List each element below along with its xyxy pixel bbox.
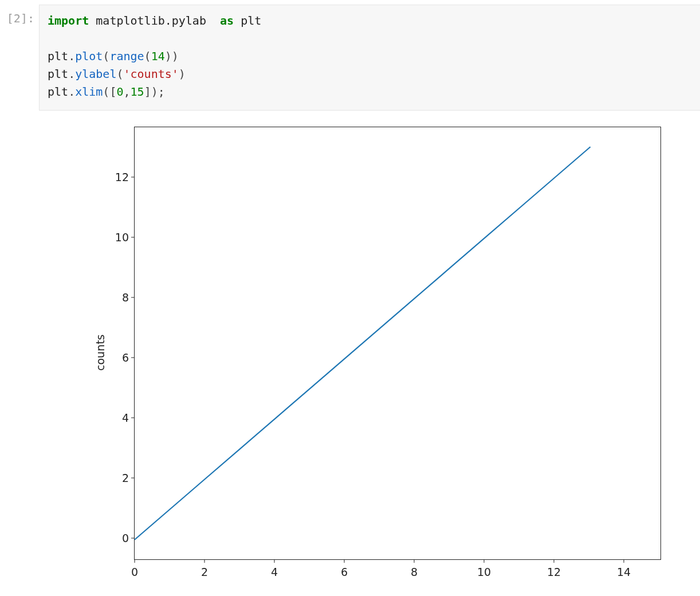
y-tick-label: 8 [109,291,129,304]
y-tick-label: 12 [109,171,129,183]
str-counts: 'counts' [123,67,178,81]
plot-output: counts 02468101214024681012 [32,115,667,592]
x-tick-label: 4 [271,566,278,578]
x-tick-label: 12 [547,566,561,578]
y-tick-mark [131,297,135,297]
x-tick-mark [554,559,555,563]
kw-as: as [220,14,234,28]
y-tick-mark [131,177,135,177]
line-chart: counts 02468101214024681012 [37,119,667,592]
x-tick-mark [135,559,135,563]
cell-prompt: [2]: [0,5,39,25]
x-tick-mark [274,559,275,563]
x-tick-mark [624,559,624,563]
x-tick-label: 6 [341,566,348,578]
x-tick-mark [414,559,415,563]
alias-name: plt [241,14,261,28]
chart-line-svg [135,127,660,559]
code-cell: [2]: import matplotlib.pylab as plt plt.… [0,0,700,111]
x-tick-label: 0 [131,566,138,578]
data-line [135,147,591,539]
y-tick-mark [131,357,135,358]
fn-xlim: xlim [75,85,103,99]
chart-axes: 02468101214024681012 [134,127,661,560]
fn-ylabel: ylabel [75,67,116,81]
output-area: counts 02468101214024681012 [0,111,700,592]
module-name: matplotlib.pylab [96,14,206,28]
x-tick-label: 8 [411,566,418,578]
x-tick-mark [484,559,485,563]
fn-plot: plot [75,49,103,63]
y-tick-mark [131,417,135,418]
y-tick-mark [131,538,135,538]
x-tick-mark [344,559,345,563]
x-tick-mark [205,559,205,563]
y-tick-label: 4 [109,411,129,424]
x-tick-label: 14 [617,566,631,578]
obj: plt [48,49,68,63]
y-axis-label: counts [94,334,107,371]
x-tick-label: 2 [201,566,208,578]
kw-import: import [48,14,89,28]
x-tick-label: 10 [477,566,491,578]
y-tick-label: 6 [109,351,129,364]
code-input[interactable]: import matplotlib.pylab as plt plt.plot(… [39,5,700,111]
y-tick-label: 2 [109,472,129,484]
y-tick-label: 10 [109,231,129,244]
y-tick-mark [131,477,135,478]
y-tick-label: 0 [109,532,129,544]
fn-range: range [109,49,144,63]
y-tick-mark [131,237,135,237]
